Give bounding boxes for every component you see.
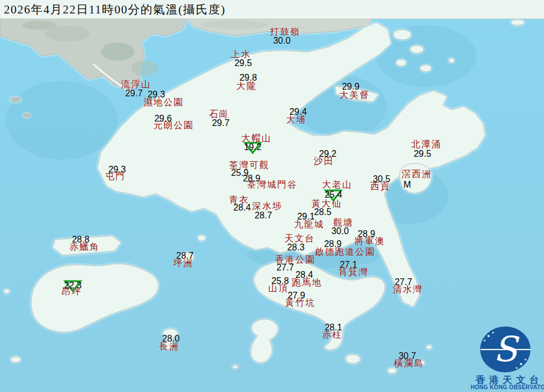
station-value: 29.7 — [212, 118, 229, 128]
station-value: 28.3 — [287, 242, 304, 253]
station-value: 29.3 — [147, 90, 165, 100]
station-value: 28.5 — [314, 207, 331, 217]
station-value: 28.0 — [162, 334, 179, 344]
station-value: 28.4 — [295, 270, 313, 280]
station-value: 29.6 — [154, 114, 171, 124]
station-value: 28.7 — [176, 251, 193, 261]
station-value: 28.9 — [324, 239, 341, 249]
hko-logo-name-en: HONG KONG OBSERVATORY — [471, 384, 544, 390]
station-value: 28.1 — [324, 323, 342, 333]
station-value: 30.5 — [373, 174, 390, 184]
station-value: 29.3 — [108, 165, 125, 175]
hko-logo-icon: S — [471, 322, 544, 372]
station-value: 25.4 — [324, 190, 342, 200]
station-value: 28.4 — [233, 203, 250, 213]
station-value: M — [403, 180, 411, 190]
station-layer: 30.0打鼓嶺29.5上水29.8大隴29.7流浮山29.3濕地公園29.6元朗… — [0, 0, 544, 392]
station-value: 27.9 — [287, 291, 305, 301]
station-value: 29.1 — [297, 212, 314, 222]
hko-logo: S 香港天文台 HONG KONG OBSERVATORY — [471, 322, 544, 392]
page-title: 2026年4月22日11時00分的氣溫(攝氏度) — [0, 2, 226, 17]
station-value: 27.7 — [276, 263, 294, 273]
station-value: 29.8 — [239, 73, 257, 83]
station-value: 29.5 — [234, 58, 252, 68]
station-value: 29.7 — [125, 88, 142, 99]
station-value: 25.8 — [271, 276, 289, 286]
station-value: 27.7 — [394, 277, 412, 287]
station-value: 30.0 — [273, 36, 290, 46]
station-value: 29.5 — [413, 149, 431, 159]
svg-text:S: S — [494, 329, 520, 370]
station-value: 30.7 — [398, 351, 416, 361]
station-value: 19.2 — [244, 142, 261, 152]
station-value: 28.9 — [243, 174, 260, 184]
station-name: 大老山 — [322, 179, 352, 191]
station-value: 22.3 — [64, 281, 81, 291]
station-name: 滘西洲 — [402, 169, 432, 180]
station-value: 29.4 — [289, 107, 306, 117]
station-value: 30.0 — [331, 226, 348, 236]
station-value: 28.9 — [357, 229, 375, 239]
station-value: 29.9 — [342, 82, 359, 92]
station-value: 28.7 — [254, 211, 272, 221]
station-value: 29.2 — [319, 149, 336, 159]
station-value: 27.1 — [340, 260, 357, 270]
title-bar: 2026年4月22日11時00分的氣溫(攝氏度) — [0, 0, 544, 19]
station-value: 28.8 — [72, 235, 89, 245]
temperature-map-screen: 2026年4月22日11時00分的氣溫(攝氏度) 30.0打鼓嶺29.5上水29… — [0, 0, 544, 392]
